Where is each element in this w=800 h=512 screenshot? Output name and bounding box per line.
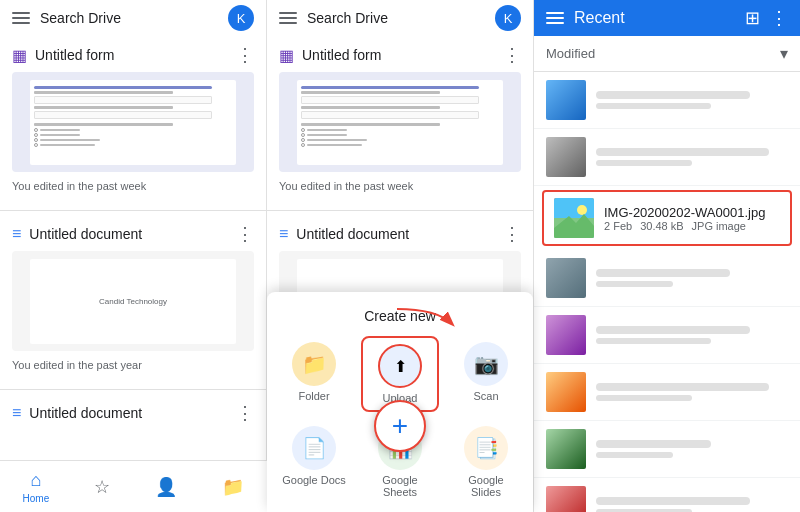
doc1-edited: You edited in the past year — [12, 357, 254, 377]
create-docs[interactable]: 📄 Google Docs — [275, 420, 353, 504]
blurred-name — [596, 91, 750, 99]
more-icon-doc2[interactable]: ⋮ — [236, 402, 254, 424]
sort-chevron-icon[interactable]: ▾ — [780, 44, 788, 63]
docs-create-icon: 📄 — [292, 426, 336, 470]
file-thumb — [546, 486, 586, 512]
fab-button[interactable]: + — [374, 400, 426, 452]
panel-1-content: ▦ Untitled form ⋮ — [0, 36, 266, 512]
search-bar-1[interactable]: Search Drive — [40, 10, 218, 26]
highlighted-file-item[interactable]: IMG-20200202-WA0001.jpg 2 Feb 30.48 kB J… — [542, 190, 792, 246]
panel-1: Search Drive K ▦ Untitled form ⋮ — [0, 0, 267, 512]
blurred-name — [596, 148, 769, 156]
file-type: JPG image — [692, 220, 746, 232]
file-thumb — [546, 429, 586, 469]
grid-view-icon[interactable]: ⊞ — [745, 7, 760, 29]
doc1-preview: Candid Technology — [12, 251, 254, 351]
panel-2-header: Search Drive K — [267, 0, 533, 36]
doc-icon-2: ≡ — [12, 404, 21, 422]
more-icon-form-2[interactable]: ⋮ — [503, 44, 521, 66]
file-info — [596, 89, 788, 111]
panel-1-header: Search Drive K — [0, 0, 266, 36]
folder-create-icon: 📁 — [292, 342, 336, 386]
doc-icon-1: ≡ — [12, 225, 21, 243]
list-item[interactable] — [534, 250, 800, 307]
folder-nav-icon: 📁 — [222, 476, 244, 498]
modified-row: Modified ▾ — [534, 36, 800, 72]
avatar-2[interactable]: K — [495, 5, 521, 31]
more-icon-form[interactable]: ⋮ — [236, 44, 254, 66]
people-icon: 👤 — [155, 476, 177, 498]
form-edited: You edited in the past week — [12, 178, 254, 198]
home-icon: ⌂ — [30, 470, 41, 491]
file-thumb — [546, 80, 586, 120]
hamburger-icon-3[interactable] — [546, 12, 564, 24]
blurred-meta — [596, 160, 692, 166]
scan-label: Scan — [473, 390, 498, 402]
blurred-meta — [596, 395, 692, 401]
folder-label: Folder — [298, 390, 329, 402]
star-icon: ☆ — [94, 476, 110, 498]
doc-title-1: Untitled document — [29, 226, 228, 242]
doc1-content: Candid Technology — [99, 297, 167, 306]
file-info — [596, 267, 788, 289]
more-vert-icon[interactable]: ⋮ — [770, 7, 788, 29]
avatar-1[interactable]: K — [228, 5, 254, 31]
highlighted-file-info: IMG-20200202-WA0001.jpg 2 Feb 30.48 kB J… — [604, 205, 780, 232]
nav-starred[interactable]: ☆ — [94, 476, 110, 498]
file-thumb — [546, 372, 586, 412]
panel-3-title: Recent — [574, 9, 735, 27]
list-item[interactable] — [534, 307, 800, 364]
file-thumb — [546, 258, 586, 298]
form-title-2: Untitled form — [302, 47, 495, 63]
create-slides[interactable]: 📑 Google Slides — [447, 420, 525, 504]
form-preview-2 — [279, 72, 521, 172]
slides-create-icon: 📑 — [464, 426, 508, 470]
list-item[interactable] — [534, 421, 800, 478]
doc-icon-p2: ≡ — [279, 225, 288, 243]
highlighted-file-meta: 2 Feb 30.48 kB JPG image — [604, 220, 780, 232]
form-icon-2: ▦ — [279, 46, 294, 65]
list-item[interactable] — [534, 72, 800, 129]
form-preview — [12, 72, 254, 172]
file-info — [596, 495, 788, 512]
file-item-form[interactable]: ▦ Untitled form ⋮ — [0, 36, 266, 206]
list-item[interactable] — [534, 478, 800, 512]
blurred-meta — [596, 103, 711, 109]
blurred-name — [596, 497, 750, 505]
blurred-name — [596, 383, 769, 391]
nav-home[interactable]: ⌂ Home — [23, 470, 50, 504]
file-item-doc2[interactable]: ≡ Untitled document ⋮ — [0, 394, 266, 438]
blurred-name — [596, 326, 750, 334]
file-info — [596, 324, 788, 346]
more-icon-doc1[interactable]: ⋮ — [236, 223, 254, 245]
search-bar-2[interactable]: Search Drive — [307, 10, 485, 26]
jpg-thumb — [554, 198, 594, 238]
panel-2: Search Drive K ▦ Untitled form ⋮ — [267, 0, 534, 512]
hamburger-icon-2[interactable] — [279, 12, 297, 24]
file-size: 30.48 kB — [640, 220, 683, 232]
list-item[interactable] — [534, 129, 800, 186]
file-thumb — [546, 315, 586, 355]
hamburger-icon[interactable] — [12, 12, 30, 24]
form-edited-2: You edited in the past week — [279, 178, 521, 198]
file-item-doc1[interactable]: ≡ Untitled document ⋮ Candid Technology … — [0, 215, 266, 385]
file-thumb — [546, 137, 586, 177]
file-info — [596, 381, 788, 403]
panel-3-header: Recent ⊞ ⋮ — [534, 0, 800, 36]
upload-arrow — [387, 304, 467, 344]
scan-create-icon: 📷 — [464, 342, 508, 386]
list-item[interactable] — [534, 364, 800, 421]
highlighted-file-name: IMG-20200202-WA0001.jpg — [604, 205, 780, 220]
file-item-form-2[interactable]: ▦ Untitled form ⋮ — [267, 36, 533, 206]
blurred-meta — [596, 452, 673, 458]
create-scan[interactable]: 📷 Scan — [447, 336, 525, 412]
create-folder[interactable]: 📁 Folder — [275, 336, 353, 412]
bottom-nav-1: ⌂ Home ☆ 👤 📁 — [0, 460, 267, 512]
sheets-label: Google Sheets — [367, 474, 433, 498]
nav-shared[interactable]: 👤 — [155, 476, 177, 498]
nav-files[interactable]: 📁 — [222, 476, 244, 498]
more-icon-doc-p2[interactable]: ⋮ — [503, 223, 521, 245]
blurred-meta — [596, 338, 711, 344]
panel-3: Recent ⊞ ⋮ Modified ▾ — [534, 0, 800, 512]
doc-title-2: Untitled document — [29, 405, 228, 421]
